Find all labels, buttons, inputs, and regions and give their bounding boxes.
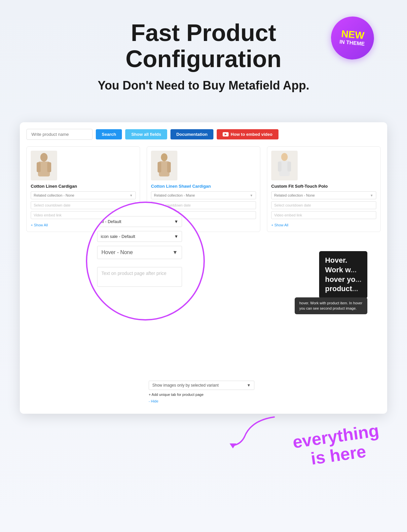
variant-images-field: Show images only by selected variant ▼ [149,381,377,390]
related-collection-field-2: Related collection - Mane ▼ [151,191,256,199]
zoom-overlay: w - Default ▼ icon sale - Default ▼ Hove… [86,202,205,321]
product-name-3: Custom Fit Soft-Touch Polo [271,184,376,189]
hover-tooltip-body: hover. Work with product item. In hover … [295,297,367,314]
svg-rect-3 [47,162,51,172]
zoom-textarea[interactable]: Text on product page after price [97,267,182,287]
page-title: Fast Product Configuration [26,20,381,72]
related-collection-select-3[interactable]: Related collection - None ▼ [271,191,376,199]
svg-point-8 [281,153,288,161]
zoom-select-hover[interactable]: Hover - None ▼ [97,246,182,259]
select-arrow-3: ▼ [370,194,373,197]
svg-rect-2 [37,162,41,172]
product-image-3 [271,151,298,180]
add-tab-link[interactable]: + Add unique tab for product page [149,393,204,397]
product-thumbnail-2 [154,152,174,179]
hide-row: - Hide [149,398,377,404]
video-field-3: Video embed link [271,211,376,219]
arrow-icon [225,410,291,450]
product-name-1: Cotton Linen Cardigan [31,184,136,189]
product-card-3: Custom Fit Soft-Touch Polo Related colle… [267,146,381,232]
svg-point-4 [161,153,167,161]
related-collection-select-1[interactable]: Related collection - None ▼ [31,191,136,199]
ui-mockup: Search Show all fields Documentation How… [20,122,387,414]
svg-rect-6 [158,162,161,172]
header-section: NEW IN THEME Fast Product Configuration … [0,0,407,116]
embed-video-button[interactable]: How to embed video [217,129,278,139]
product-image-2 [151,151,177,180]
countdown-input-3[interactable]: Select countdown date [271,201,376,209]
bottom-links: + Add unique tab for product page [149,393,377,397]
countdown-field-3: Select countdown date [271,201,376,209]
show-all-link-1[interactable]: + Show All [31,223,48,227]
related-collection-select-2[interactable]: Related collection - Mane ▼ [151,191,256,199]
select-arrow: ▼ [130,194,133,197]
everything-is-here-text: everything is here [291,421,383,471]
zoom-textarea-row: Text on product page after price [97,267,194,287]
annotation-section: everything is here [0,420,407,473]
hover-tooltip-title: Hover.Work w...hover yo...product... [319,251,367,298]
video-input-3[interactable]: Video embed link [271,211,376,219]
hide-link[interactable]: - Hide [149,399,158,403]
search-input[interactable] [26,129,92,140]
svg-marker-12 [230,443,236,448]
related-collection-field-3: Related collection - None ▼ [271,191,376,199]
product-name-2: Cotton Linen Shawl Cardigan [151,184,256,189]
zoom-field-1: w - Default ▼ [97,216,194,227]
show-all-fields-button[interactable]: Show all fields [125,129,167,139]
toolbar: Search Show all fields Documentation How… [26,129,381,140]
variant-images-select[interactable]: Show images only by selected variant ▼ [149,381,254,390]
svg-rect-10 [278,162,281,171]
documentation-button[interactable]: Documentation [170,129,214,139]
zoom-field-2: icon sale - Default ▼ [97,231,194,242]
youtube-icon [223,132,229,136]
related-collection-field-1: Related collection - None ▼ [31,191,136,199]
product-image-1 [31,151,57,180]
search-button[interactable]: Search [96,129,122,139]
svg-rect-7 [167,162,171,172]
page-subtitle: You Don't Need to Buy Metafield App. [26,79,381,93]
bottom-fields-section: Show images only by selected variant ▼ +… [26,377,381,407]
show-all-link-3[interactable]: + Show All [271,223,288,227]
product-grid: Cotton Linen Cardigan Related collection… [26,146,381,232]
zoom-select-2[interactable]: icon sale - Default ▼ [97,231,182,242]
svg-rect-11 [287,162,291,171]
zoom-select-1[interactable]: w - Default ▼ [97,216,182,227]
zoom-field-3: Hover - None ▼ [97,246,194,263]
product-thumbnail-3 [275,152,294,179]
product-thumbnail-1 [34,152,54,179]
svg-point-0 [40,153,48,162]
select-arrow-2: ▼ [250,194,253,197]
